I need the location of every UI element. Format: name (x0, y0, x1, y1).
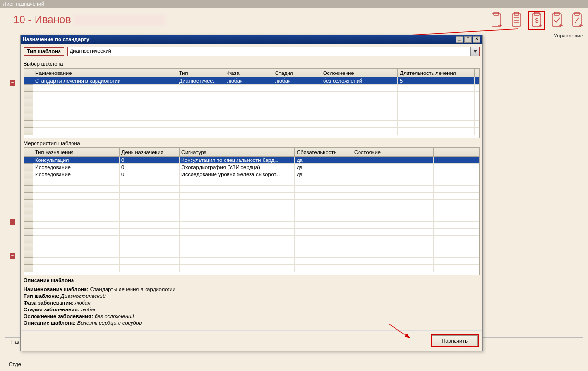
table-row-empty (24, 258, 479, 265)
table-row-empty (24, 99, 479, 106)
clipboard-edit-icon[interactable] (569, 11, 585, 30)
section-template-description: Описание шаблона (21, 275, 482, 284)
col-spacer (475, 69, 479, 77)
table-cell[interactable]: Исследование (33, 164, 120, 171)
app-titlebar: Лист назначений (0, 0, 588, 8)
window-minimize-button[interactable]: _ (456, 36, 463, 43)
table-row[interactable]: Стандарты лечения в кардиологииДиагности… (24, 77, 479, 85)
dropdown-arrow-icon[interactable] (470, 47, 479, 56)
col-state[interactable]: Состояние (352, 148, 434, 157)
col-stage[interactable]: Стадия (273, 69, 321, 77)
table-row-empty (24, 222, 479, 229)
table-row[interactable]: Исследование0Исследование уровня железа … (24, 171, 479, 178)
table-row[interactable]: Исследование0Эхокардиография (УЗИ сердца… (24, 164, 479, 171)
clipboard-plus-icon[interactable] (488, 11, 504, 30)
patient-name-blur (74, 15, 165, 25)
window-close-button[interactable]: × (473, 36, 480, 43)
table-cell[interactable]: Стандарты лечения в кардиологии (33, 77, 177, 85)
desc-compl-label: Осложнение заболевания: (24, 313, 93, 319)
table-row-empty (24, 250, 479, 258)
col-complication[interactable]: Осложнение (321, 69, 398, 77)
row-handle[interactable] (24, 164, 33, 171)
table-cell-spacer (434, 157, 479, 164)
clipboard-list-icon[interactable] (508, 11, 525, 30)
col-assign-type[interactable]: Тип назначения (33, 148, 120, 157)
table-row-empty (24, 85, 479, 92)
table-row[interactable]: Консультация0Консультация по специальнос… (24, 157, 479, 164)
table-cell[interactable]: Диагностичес... (177, 77, 225, 85)
col-mandatory[interactable]: Обязательность (295, 148, 352, 157)
row-handle[interactable] (24, 171, 33, 178)
desc-phase-label: Фаза заболевания: (24, 300, 73, 306)
table-cell[interactable] (352, 157, 434, 164)
table-cell[interactable]: Консультация (33, 157, 120, 164)
patient-header: 10 - Иванов (13, 13, 165, 26)
table-cell[interactable]: Исследование уровня железа сыворот... (180, 171, 295, 178)
table-row-empty (24, 113, 479, 121)
desc-descr-label: Описание шаблона: (24, 320, 76, 326)
row-handle[interactable] (24, 77, 33, 85)
table-row-empty (24, 121, 479, 128)
table-cell[interactable]: любая (273, 77, 321, 85)
collapse-toggle-icon[interactable]: – (10, 253, 15, 259)
table-cell[interactable] (352, 171, 434, 178)
table-cell[interactable] (352, 164, 434, 171)
col-name[interactable]: Наименование (33, 69, 177, 77)
table-row-empty (24, 229, 479, 236)
template-type-value: Диагностический (68, 47, 470, 56)
col-duration[interactable]: Длительность лечения (398, 69, 475, 77)
table-row-empty (24, 106, 479, 113)
dialog-title: Назначение по стандарту (23, 37, 455, 42)
table-cell[interactable]: Эхокардиография (УЗИ сердца) (180, 164, 295, 171)
collapse-toggle-icon[interactable]: – (10, 219, 15, 225)
col-day[interactable]: День назначения (120, 148, 180, 157)
clipboard-dollar-icon[interactable]: $ (528, 11, 545, 30)
col-phase[interactable]: Фаза (225, 69, 273, 77)
table-cell-spacer (475, 77, 479, 85)
table-cell-spacer (434, 164, 479, 171)
standard-assignment-dialog: Назначение по стандарту _ □ × Тип шаблон… (20, 35, 483, 351)
patient-id-name: 10 - Иванов (13, 13, 71, 25)
dialog-titlebar[interactable]: Назначение по стандарту _ □ × (21, 35, 482, 44)
table-cell[interactable]: да (295, 157, 352, 164)
app-title: Лист назначений (3, 1, 44, 7)
table-cell[interactable]: да (295, 171, 352, 178)
col-signature[interactable]: Сигнатура (180, 148, 295, 157)
col-rownum[interactable] (24, 148, 33, 157)
table-cell[interactable]: 0 (120, 171, 180, 178)
table-row-empty (24, 207, 479, 214)
table-row-empty (24, 236, 479, 243)
table-row-empty (24, 178, 479, 186)
col-type[interactable]: Тип (177, 69, 225, 77)
collapse-toggle-icon[interactable]: – (10, 80, 15, 86)
events-table[interactable]: Тип назначения День назначения Сигнатура… (24, 147, 480, 275)
col-rownum[interactable] (24, 69, 33, 77)
table-cell[interactable]: любая (225, 77, 273, 85)
table-cell[interactable]: Исследование (33, 171, 120, 178)
table-cell[interactable]: Консультация по специальности Кард... (180, 157, 295, 164)
ribbon-group-label: Управление (554, 33, 583, 38)
table-row-empty (24, 243, 479, 250)
table-cell[interactable]: 0 (120, 157, 180, 164)
table-row-empty (24, 193, 479, 200)
template-type-select[interactable]: Диагностический (67, 47, 480, 56)
clipboard-check-icon[interactable] (549, 11, 565, 30)
assign-button[interactable]: Назначить (432, 335, 478, 346)
table-row-empty (24, 92, 479, 99)
dept-label: Отде (9, 361, 21, 367)
table-cell[interactable]: 5 (398, 77, 475, 85)
desc-stage-label: Стадия заболевания: (24, 307, 80, 312)
table-cell[interactable]: да (295, 164, 352, 171)
desc-phase-value: любая (75, 300, 91, 306)
row-handle[interactable] (24, 157, 33, 164)
table-cell-spacer (434, 171, 479, 178)
table-row-empty (24, 186, 479, 193)
table-cell[interactable]: 0 (120, 164, 180, 171)
template-type-label: Тип шаблона (24, 47, 64, 56)
svg-rect-0 (492, 14, 501, 26)
window-maximize-button[interactable]: □ (464, 36, 472, 43)
page-area: 10 - Иванов – – – $ Управление Пала Отде (0, 8, 588, 371)
table-cell[interactable]: без осложнений (321, 77, 398, 85)
templates-table[interactable]: Наименование Тип Фаза Стадия Осложнение … (24, 68, 480, 138)
desc-compl-value: без осложнений (95, 313, 134, 319)
